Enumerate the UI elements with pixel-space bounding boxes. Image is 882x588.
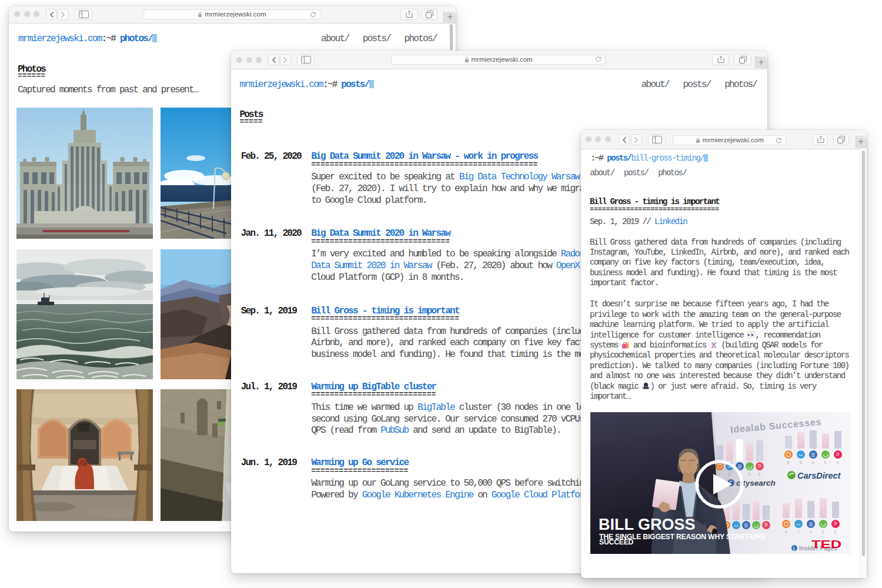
svg-text:8: 8 [787,460,790,465]
svg-text:9: 9 [837,460,839,465]
svg-text:5: 5 [822,530,824,534]
svg-text:BILL GROSS: BILL GROSS [599,515,696,533]
svg-text:5: 5 [824,460,827,465]
svg-text:i: i [793,545,795,551]
svg-text:SUCCEED: SUCCEED [599,537,634,546]
svg-text:CarsDirect: CarsDirect [797,470,841,480]
svg-text:4: 4 [785,530,787,534]
svg-text:7: 7 [797,530,800,534]
svg-text:5: 5 [834,530,837,534]
svg-text:6: 6 [812,460,814,465]
svg-text:6: 6 [759,472,761,476]
svg-text:6: 6 [749,472,751,476]
svg-text:4: 4 [810,530,812,534]
svg-text:8: 8 [800,460,802,465]
svg-text:TED: TED [811,538,841,550]
